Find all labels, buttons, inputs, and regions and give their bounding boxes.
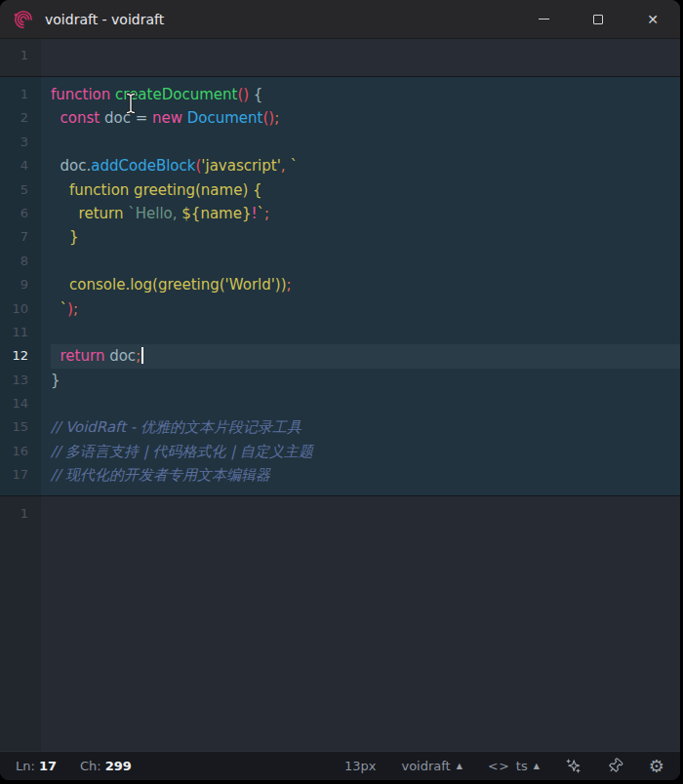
line-number-gutter: 1234567891011121314151617 bbox=[0, 77, 41, 495]
code-brackets-icon: <> bbox=[488, 759, 510, 773]
line-number-gutter: 1 bbox=[0, 39, 41, 76]
code-line[interactable] bbox=[51, 44, 680, 67]
language-selector[interactable]: <> ts ▲ bbox=[488, 759, 540, 773]
status-bar: Ln:17 Ch:299 13px voidraft ▲ <> ts ▲ bbox=[0, 751, 680, 780]
code-line[interactable]: // 现代化的开发者专用文本编辑器 bbox=[51, 463, 680, 487]
code-line[interactable]: function greeting(name) { bbox=[51, 178, 680, 202]
code-line[interactable]: `); bbox=[51, 297, 680, 321]
pin-button[interactable] bbox=[607, 758, 623, 774]
code-line[interactable]: } bbox=[51, 225, 680, 249]
code-line[interactable]: return doc; bbox=[51, 344, 680, 368]
document-selector[interactable]: voidraft ▲ bbox=[401, 759, 462, 773]
window-title: voidraft - voidraft bbox=[45, 12, 164, 27]
chevron-up-icon: ▲ bbox=[457, 762, 462, 770]
code-line[interactable] bbox=[51, 321, 680, 344]
code-block-empty-top[interactable]: 1 bbox=[0, 39, 680, 76]
code-line[interactable]: const doc = new Document(); bbox=[51, 106, 680, 130]
voidraft-logo-icon bbox=[13, 9, 34, 30]
code-line[interactable]: function createDocument() { bbox=[51, 83, 680, 106]
editor-area[interactable]: 1 1234567891011121314151617function crea… bbox=[0, 39, 680, 751]
minimize-button[interactable] bbox=[516, 0, 571, 38]
code-line[interactable] bbox=[51, 131, 680, 154]
pin-icon bbox=[603, 754, 626, 777]
chevron-up-icon: ▲ bbox=[534, 762, 540, 770]
char-count-indicator: Ch:299 bbox=[80, 759, 132, 773]
code-line[interactable] bbox=[51, 392, 680, 415]
code-content[interactable] bbox=[41, 44, 680, 76]
code-line[interactable]: // VoidRaft - 优雅的文本片段记录工具 bbox=[51, 415, 680, 439]
gear-icon: ⚙ bbox=[649, 758, 664, 775]
code-line[interactable] bbox=[51, 502, 680, 526]
code-content[interactable]: function createDocument() { const doc = … bbox=[41, 83, 680, 488]
title-bar: voidraft - voidraft ✕ bbox=[0, 0, 680, 39]
code-block-empty-bottom[interactable]: 1 bbox=[0, 496, 680, 751]
settings-button[interactable]: ⚙ bbox=[649, 758, 664, 775]
line-number-gutter: 1 bbox=[0, 496, 41, 751]
code-line[interactable]: } bbox=[51, 369, 680, 392]
minimize-icon bbox=[539, 19, 549, 20]
code-line[interactable]: doc.addCodeBlock('javascript', ` bbox=[51, 154, 680, 177]
cursor-line-indicator: Ln:17 bbox=[16, 759, 57, 773]
close-icon: ✕ bbox=[647, 13, 659, 26]
close-button[interactable]: ✕ bbox=[625, 0, 680, 38]
code-line[interactable]: return `Hello, ${name}!`; bbox=[51, 202, 680, 225]
code-line[interactable]: console.log(greeting('World')); bbox=[51, 273, 680, 296]
text-caret bbox=[141, 347, 143, 364]
code-line[interactable] bbox=[51, 250, 680, 273]
app-window: voidraft - voidraft ✕ 1 1234567891011121… bbox=[0, 0, 680, 780]
maximize-icon bbox=[593, 15, 603, 24]
code-content[interactable] bbox=[41, 502, 680, 751]
font-size-control[interactable]: 13px bbox=[344, 759, 377, 773]
sparkles-icon bbox=[565, 758, 582, 774]
code-block-main[interactable]: 1234567891011121314151617function create… bbox=[0, 76, 680, 496]
code-line[interactable]: // 多语言支持 | 代码格式化 | 自定义主题 bbox=[51, 440, 680, 463]
maximize-button[interactable] bbox=[571, 0, 625, 38]
format-button[interactable] bbox=[565, 758, 582, 774]
